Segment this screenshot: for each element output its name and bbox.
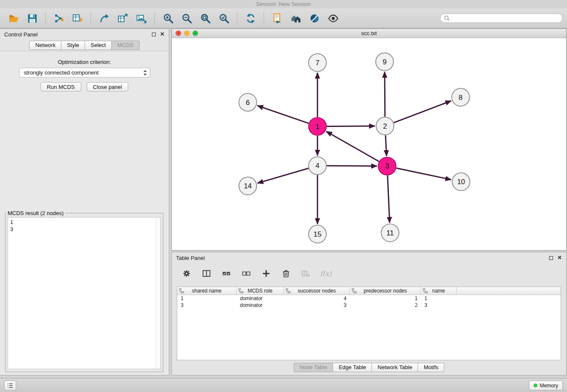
edge-3-11[interactable] [388, 175, 390, 223]
node-1[interactable]: 1 [308, 118, 326, 135]
zoom-fit-icon [200, 13, 211, 24]
delete-column-button[interactable] [300, 268, 311, 279]
function-builder-button[interactable]: f(x) [320, 268, 331, 279]
select-all-button[interactable] [221, 268, 232, 279]
search-input[interactable] [452, 15, 559, 21]
deselect-all-button[interactable] [241, 268, 252, 279]
import-network-button[interactable] [51, 10, 67, 26]
node-10[interactable]: 10 [452, 173, 470, 190]
cell: 1 [350, 295, 421, 301]
control-panel-tab-select[interactable]: Select [85, 41, 112, 50]
zoom-fit-button[interactable] [197, 10, 213, 26]
cell: dominator [237, 295, 284, 301]
edge-1-6[interactable] [257, 106, 308, 124]
column-header-mcds-role[interactable]: MCDS role [237, 287, 284, 295]
edge-2-9[interactable] [385, 72, 385, 117]
task-history-button[interactable] [4, 381, 16, 390]
toolbar-separator [237, 12, 237, 25]
node-2[interactable]: 2 [376, 117, 394, 135]
close-table-panel-icon[interactable]: ✕ [557, 256, 562, 260]
save-session-button[interactable] [24, 10, 40, 26]
control-panel-tab-mcds[interactable]: MCDS [112, 41, 139, 50]
edge-3-10[interactable] [396, 168, 451, 179]
deselect-all-icon [242, 269, 251, 278]
node-11[interactable]: 11 [381, 224, 399, 242]
settings-icon [182, 269, 191, 278]
zoom-in-button[interactable] [160, 10, 176, 26]
edge-4-14[interactable] [258, 168, 309, 183]
node-8[interactable]: 8 [452, 88, 470, 106]
edge-2-3[interactable] [385, 135, 387, 156]
control-panel-title: Control Panel [4, 31, 38, 38]
table-header-row: shared nameMCDS rolesuccessor nodesprede… [177, 287, 561, 295]
list-icon [6, 382, 14, 389]
tab-network-table[interactable]: Network Table [372, 363, 418, 372]
edge-1-2[interactable] [327, 126, 375, 127]
delete-row-button[interactable] [281, 268, 292, 279]
zoom-selected-icon [218, 13, 230, 24]
tab-edge-table[interactable]: Edge Table [333, 363, 372, 372]
home-view-button[interactable] [288, 10, 304, 26]
show-hide-details-button[interactable] [325, 10, 341, 26]
close-panel-icon[interactable]: ✕ [160, 32, 165, 36]
tab-node-table[interactable]: Node Table [294, 363, 333, 372]
column-header-successor-nodes[interactable]: successor nodes [284, 287, 350, 295]
add-row-icon [261, 269, 271, 278]
result-scrollbar[interactable] [156, 218, 160, 369]
close-window-icon[interactable]: × [176, 30, 181, 36]
column-sort-icon [286, 288, 291, 293]
minimize-window-icon[interactable]: − [184, 30, 190, 36]
export-table-button[interactable] [115, 10, 131, 26]
import-table-button[interactable] [69, 10, 85, 26]
edge-4-3[interactable] [327, 166, 377, 166]
new-network-button[interactable] [96, 10, 112, 26]
column-header-shared-name[interactable]: shared name [177, 287, 237, 295]
delete-column-icon [301, 269, 311, 278]
table-row[interactable]: 3dominator323 [177, 302, 561, 309]
search-box[interactable] [440, 14, 563, 23]
node-7[interactable]: 7 [308, 54, 326, 72]
control-panel-tab-network[interactable]: Network [29, 41, 61, 50]
node-9[interactable]: 9 [376, 53, 394, 71]
run-mcds-button[interactable]: Run MCDS [41, 82, 81, 91]
node-3[interactable]: 3 [378, 157, 396, 175]
column-header-name[interactable]: name [421, 287, 457, 295]
memory-button[interactable]: Memory [529, 381, 563, 390]
float-panel-icon[interactable] [152, 33, 156, 36]
control-panel-header: Control Panel ✕ [0, 29, 169, 40]
show-hide-details-icon [328, 13, 339, 24]
zoom-out-button[interactable] [179, 10, 195, 26]
split-view-button[interactable] [201, 268, 212, 279]
add-row-button[interactable] [261, 268, 272, 279]
float-table-panel-icon[interactable] [549, 256, 553, 260]
criterion-select[interactable]: strongly connected component [19, 68, 150, 77]
tab-motifs[interactable]: Motifs [418, 363, 444, 372]
apply-style-button[interactable] [306, 10, 322, 26]
zoom-window-icon[interactable]: + [193, 30, 198, 36]
home-view-icon [290, 13, 302, 24]
function-builder-icon: f(x) [320, 270, 331, 278]
network-canvas[interactable]: 7968124314101511 [172, 38, 566, 250]
close-panel-button[interactable]: Close panel [87, 82, 129, 91]
export-table-icon [117, 13, 129, 24]
export-image-button[interactable] [133, 10, 149, 26]
column-header-predecessor-nodes[interactable]: predecessor nodes [350, 287, 421, 295]
cell: 1 [177, 295, 237, 301]
settings-button[interactable] [181, 268, 192, 279]
table-body: 1dominator4113dominator323 [177, 295, 561, 309]
control-panel-tab-style[interactable]: Style [61, 41, 85, 50]
open-session-button[interactable] [6, 10, 22, 26]
node-14[interactable]: 14 [239, 177, 257, 195]
node-15[interactable]: 15 [308, 225, 326, 243]
refresh-button[interactable] [242, 10, 259, 26]
clone-network-button[interactable] [269, 10, 285, 26]
edge-3-1[interactable] [326, 131, 379, 161]
node-label: 8 [459, 94, 462, 102]
node-4[interactable]: 4 [308, 157, 326, 174]
result-line: 3 [10, 226, 158, 233]
edge-2-8[interactable] [394, 101, 451, 123]
table-row[interactable]: 1dominator411 [177, 295, 561, 302]
zoom-selected-button[interactable] [216, 10, 232, 26]
node-6[interactable]: 6 [239, 94, 257, 111]
optimization-criterion-label: Optimization criterion: [0, 59, 169, 65]
